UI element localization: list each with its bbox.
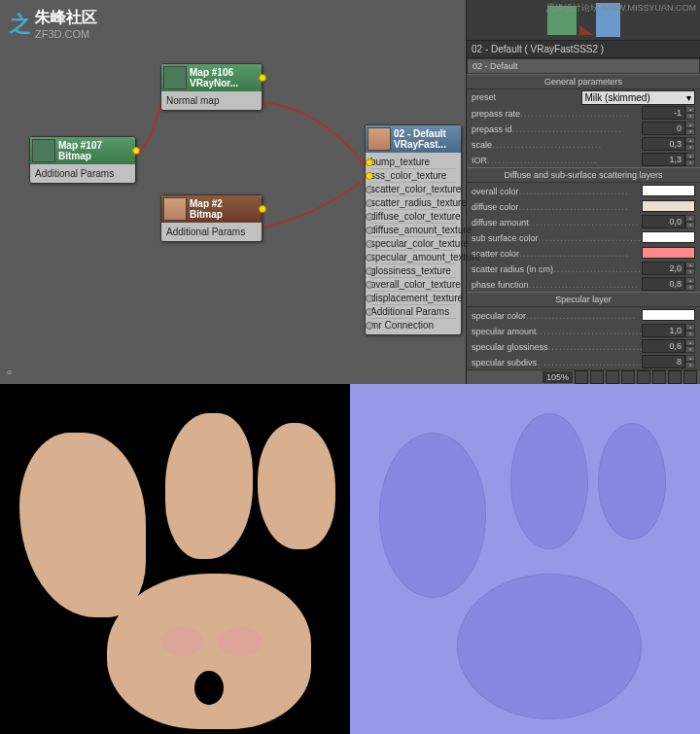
material-slot[interactable]: displacement_texture (370, 292, 456, 305)
spinner-down-icon[interactable]: ▾ (685, 268, 695, 275)
tool-icon-2[interactable] (606, 370, 619, 384)
material-slot[interactable]: scatter_color_texture (370, 183, 456, 196)
node-bitmap-107[interactable]: Map #107Bitmap Additional Params (29, 136, 136, 184)
spinner-down-icon[interactable]: ▾ (685, 159, 695, 166)
watermark-text: 思缘设计论坛 WWW.MISSYUAN.COM (546, 2, 697, 15)
panel-subtitle[interactable]: 02 - Default (467, 58, 700, 74)
panel-title: 02 - Default ( VRayFastSSS2 ) (467, 41, 700, 58)
spinner-up-icon[interactable]: ▴ (685, 153, 695, 159)
bottom-toolbar: 105% (467, 369, 700, 384)
zoom-level[interactable]: 105% (542, 371, 573, 383)
material-slot[interactable]: bump_texture (370, 156, 456, 169)
spinner-up-icon[interactable]: ▴ (685, 324, 695, 331)
node-vrayfastsss[interactable]: 02 - DefaultVRayFast... bump_texturesss_… (365, 124, 462, 335)
material-thumb-icon (368, 127, 391, 151)
logo: 之 朱峰社区 ZF3D.COM (10, 8, 97, 40)
bitmap-thumb-icon (32, 139, 55, 162)
material-slot[interactable]: diffuse_amount_texture (370, 224, 456, 237)
param-value-input[interactable]: 2,0 (642, 262, 685, 275)
spinner-up-icon[interactable]: ▴ (685, 262, 695, 268)
param-value-input[interactable]: 0,3 (642, 137, 685, 151)
material-slot[interactable]: specular_color_texture (370, 237, 456, 251)
material-slot[interactable]: Additional Params (370, 305, 456, 319)
material-slot[interactable]: specular_amount_texture (370, 251, 456, 264)
node-param-row[interactable]: Normal map (166, 94, 257, 107)
tool-icon-1[interactable] (590, 370, 604, 384)
spinner-up-icon[interactable]: ▴ (685, 215, 695, 222)
param-value-input[interactable]: 1,0 (642, 324, 685, 337)
spinner-down-icon[interactable]: ▾ (685, 128, 695, 135)
spinner-up-icon[interactable]: ▴ (685, 122, 695, 128)
preset-dropdown[interactable]: Milk (skimmed)▾ (581, 90, 696, 105)
material-slot[interactable]: sss_color_texture (370, 169, 456, 183)
tool-icon-4[interactable] (637, 370, 650, 384)
rollout-general[interactable]: General parameters (467, 74, 700, 89)
spinner-up-icon[interactable]: ▴ (685, 106, 695, 113)
pan-icon[interactable] (575, 370, 588, 384)
spinner-down-icon[interactable]: ▾ (685, 331, 695, 337)
spinner-down-icon[interactable]: ▾ (685, 222, 695, 228)
param-value-input[interactable]: 0 (642, 122, 685, 135)
node-vraynormal[interactable]: Map #106VRayNor... Normal map (160, 63, 262, 111)
param-value-input[interactable]: 0,8 (642, 277, 685, 291)
chevron-down-icon: ▾ (686, 92, 691, 103)
material-slot[interactable]: diffuse_color_texture (370, 210, 456, 224)
param-value-input[interactable]: 0,6 (642, 339, 685, 353)
material-parameters-panel: 思缘设计论坛 WWW.MISSYUAN.COM 02 - Default ( V… (467, 0, 700, 384)
param-value-input[interactable]: 8 (642, 355, 685, 368)
tool-icon-7[interactable] (683, 370, 697, 384)
param-value-input[interactable]: -1 (642, 106, 685, 120)
color-swatch[interactable] (642, 309, 695, 321)
normal-thumb-icon (163, 66, 187, 89)
tool-icon-6[interactable] (668, 370, 682, 384)
spinner-down-icon[interactable]: ▾ (685, 144, 695, 151)
rollout-specular[interactable]: Specular layer (467, 292, 700, 307)
color-swatch[interactable] (642, 185, 695, 196)
color-swatch[interactable] (642, 231, 695, 243)
spinner-up-icon[interactable]: ▴ (685, 355, 695, 362)
spinner-down-icon[interactable]: ▾ (685, 113, 695, 120)
material-slot[interactable]: glossiness_texture (370, 264, 456, 278)
material-slot[interactable]: scatter_radius_texture (370, 196, 456, 210)
bitmap2-thumb-icon (163, 197, 187, 221)
param-value-input[interactable]: 1,3 (642, 153, 685, 166)
spinner-up-icon[interactable]: ▴ (685, 137, 695, 144)
spinner-up-icon[interactable]: ▴ (685, 277, 695, 284)
color-swatch[interactable] (642, 247, 695, 259)
spinner-down-icon[interactable]: ▾ (685, 284, 695, 291)
node-editor-canvas[interactable]: 之 朱峰社区 ZF3D.COM ⚭ Map #107Bitmap Additio… (0, 0, 467, 384)
material-slot[interactable]: mr Connection (370, 319, 456, 332)
tool-glyph: ⚭ (5, 367, 14, 379)
spinner-down-icon[interactable]: ▾ (685, 362, 695, 368)
param-value-input[interactable]: 0,0 (642, 215, 685, 228)
normal-map-view (350, 384, 700, 734)
node-bitmap-2[interactable]: Map #2Bitmap Additional Params (160, 194, 262, 242)
material-slot[interactable]: overall_color_texture (370, 278, 456, 292)
color-swatch[interactable] (642, 200, 695, 212)
spinner-down-icon[interactable]: ▾ (685, 346, 695, 353)
node-param-row[interactable]: Additional Params (35, 167, 130, 180)
diffuse-texture-view (0, 384, 350, 734)
node-param-row[interactable]: Additional Params (166, 226, 257, 238)
rollout-diffuse[interactable]: Diffuse and sub-surface scattering layer… (467, 167, 700, 183)
tool-icon-5[interactable] (652, 370, 666, 384)
tool-icon-3[interactable] (621, 370, 635, 384)
spinner-up-icon[interactable]: ▴ (685, 339, 695, 346)
